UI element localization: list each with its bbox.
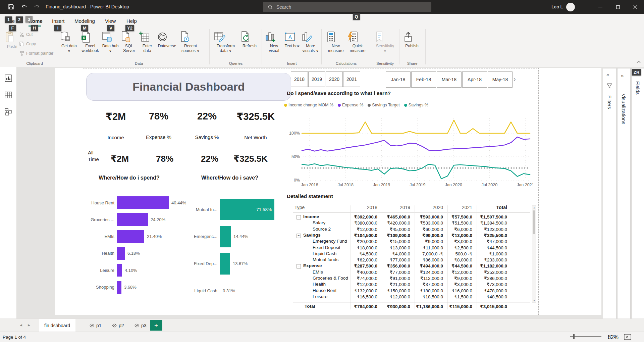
bar[interactable] [220,226,231,247]
page-tab[interactable]: p1 [84,319,107,332]
month-slicer-button[interactable]: Apr-18 [462,71,487,88]
expand-visualizations-icon[interactable]: « [621,72,624,78]
table-row[interactable]: House Rent₹132,000.0₹150,000.0₹180,000.0… [293,288,530,294]
bar[interactable] [220,253,230,275]
report-view-icon[interactable] [5,75,12,82]
tab-modeling[interactable]: Modeling [74,18,95,24]
table-row[interactable]: Liquid Cash₹4,500.0₹4,000.07,000.0 -₹500… [293,251,530,257]
bar-row[interactable]: Leisure4.10% [85,264,137,277]
page-nav-left-icon[interactable]: ◂ [20,322,22,328]
enter-data-button[interactable]: Enter data [139,31,156,53]
table-row[interactable]: Total₹784,000.0₹930,000.0₹1,186,000.0₹11… [293,302,530,310]
table-row[interactable]: Mutual funds₹62,000.0₹77,000.0₹86,000.0₹… [293,257,530,263]
page-tab[interactable]: fin dshboard [39,319,75,332]
bar-row[interactable]: Emergenc...14.44% [191,226,248,247]
bar[interactable] [220,280,220,301]
bar[interactable] [117,230,144,243]
dataverse-button[interactable]: Dataverse [157,31,177,48]
bar-row[interactable]: Mutual fu...71.58% [191,199,274,220]
page-tab[interactable]: p2 [107,319,129,332]
maximize-button[interactable] [609,0,627,14]
trend-line-chart[interactable]: 100%50%0%Jan 2018Jul 2018Jan 2019Jul 201… [282,116,533,191]
table-row[interactable]: Health₹12,000.0₹21,000.0₹37,000.0₹3,000.… [293,282,530,288]
close-button[interactable] [627,0,644,14]
kpi-card[interactable]: 22%Savings % [195,111,219,140]
filters-panel-collapsed[interactable]: « Filters [603,68,616,319]
month-slicer-button[interactable]: May-18 [488,71,513,88]
transform-data-button[interactable]: Transform data ∨ [214,31,237,53]
year-slicer-button[interactable]: 2020 [326,71,343,87]
year-slicer-button[interactable]: 2018 [291,71,308,87]
new-visual-button[interactable]: New visual [265,31,283,53]
dashboard-title-card[interactable]: Financial Dashboard [86,73,291,101]
year-slicer-button[interactable]: 2019 [308,71,325,87]
fit-to-page-icon[interactable] [624,334,631,340]
table-scrollbar[interactable]: ▲▼ [532,205,536,303]
table-row[interactable]: Leisure₹16,500.0₹12,000.0₹18,500.0₹1,500… [293,294,530,300]
page-tab[interactable]: p3 [129,319,152,332]
kpi-card[interactable]: ₹2MIncome [106,111,126,140]
quick-measure-button[interactable]: Quick measure [347,31,368,53]
bar[interactable]: 71.58% [220,199,274,220]
table-row[interactable]: Fixed Deposit₹18,000.0₹13,000.0₹11,000.0… [293,245,530,251]
bar-row[interactable]: Fixed Dep...13.67% [191,253,248,275]
table-column-header[interactable]: 2018 [340,205,377,210]
avatar[interactable] [566,3,575,11]
paste-button[interactable]: Paste [5,31,19,49]
tab-help[interactable]: Help [126,18,137,24]
collapse-ribbon-icon[interactable] [637,60,641,63]
data-hub-button[interactable]: Data hub ∨ [102,31,119,53]
legend-item[interactable]: Savings % [404,103,428,107]
bar[interactable] [117,196,169,209]
excel-workbook-button[interactable]: X Excel workbook [80,31,100,53]
scroll-up-icon[interactable]: ▲ [532,206,536,209]
new-measure-button[interactable]: New measure [326,31,345,53]
search-input[interactable]: Search [263,2,431,12]
table-column-header[interactable]: Type [294,205,305,210]
table-row[interactable]: −Expense₹287,500.0₹356,000.0₹494,000.0₹4… [293,263,530,269]
text-box-button[interactable]: A Text box [284,31,300,48]
table-row[interactable]: −Income₹392,000.0₹465,000.0₹593,000.0₹57… [293,214,530,220]
zoom-slider[interactable] [570,336,601,337]
table-row[interactable]: EMIs₹40,000.0₹77,000.0₹124,000.0₹12,000.… [293,270,530,276]
month-slicer-button[interactable]: Mar-18 [437,71,462,88]
table-column-header[interactable]: Total [470,205,507,210]
data-view-icon[interactable] [5,91,12,99]
cut-button[interactable]: Cut [19,32,33,37]
table-row[interactable]: −Savings₹104,500.0₹109,000.0₹99,000.0₹13… [293,233,530,239]
expand-filters-icon[interactable]: « [606,72,609,78]
bar[interactable] [117,247,125,260]
bar[interactable] [117,213,148,226]
scroll-down-icon[interactable]: ▼ [532,299,536,302]
bar-row[interactable]: Shopping3.68% [85,281,137,294]
get-data-button[interactable]: Get data ∨ [60,31,78,53]
collapse-row-icon[interactable]: − [297,234,301,238]
legend-item[interactable]: Expense % [338,103,363,107]
table-row[interactable]: Salary₹380,000.0₹420,000.0₹533,000.0₹51,… [293,220,530,226]
sql-server-button[interactable]: SQL Server [121,31,138,53]
tab-view[interactable]: View [105,18,116,24]
model-view-icon[interactable] [5,108,12,115]
table-row[interactable]: Source 2₹12,000.0₹45,000.0₹60,000.0₹6,00… [293,227,530,233]
tab-insert[interactable]: Insert [52,18,65,24]
format-painter-button[interactable]: Format painter [19,51,53,56]
bar-row[interactable]: House Rent40.44% [85,196,186,209]
table-column-header[interactable]: 2021 [435,205,472,210]
table-row[interactable]: Groceries & Food₹74,000.0₹91,000.0₹112,0… [293,276,530,282]
bar-row[interactable]: EMIs21.40% [85,230,162,243]
save-icon[interactable] [8,4,15,10]
table-column-header[interactable]: 2019 [373,205,410,210]
legend-item[interactable]: Savings Target [368,103,399,107]
page-nav-right-icon[interactable]: ▸ [28,322,30,328]
legend-item[interactable]: Income change MOM % [284,103,333,107]
copy-button[interactable]: Copy [19,42,36,46]
user-name[interactable]: Leo L [551,4,563,9]
redo-icon[interactable] [34,4,40,10]
undo-icon[interactable] [21,4,28,10]
month-slicer-button[interactable]: Feb-18 [411,71,436,88]
fields-panel-collapsed[interactable]: Fields [631,68,644,319]
collapse-row-icon[interactable]: − [297,264,301,268]
bar-row[interactable]: Health6.18% [85,247,140,260]
kpi-card[interactable]: 78%Expense % [146,111,171,140]
collapse-row-icon[interactable]: − [297,215,301,219]
